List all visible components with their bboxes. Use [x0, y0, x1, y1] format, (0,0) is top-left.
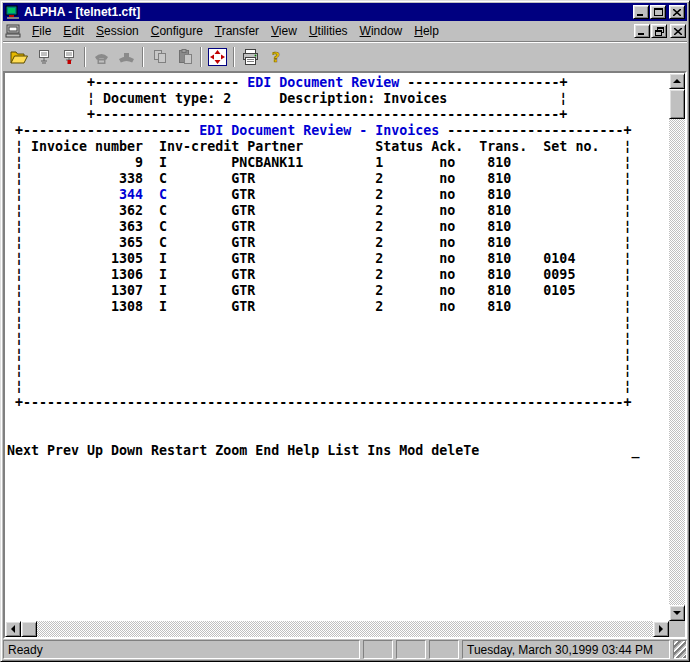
scroll-up-button[interactable] — [669, 73, 685, 89]
terminal-screen[interactable]: +------------------ EDI Document Review … — [5, 73, 669, 459]
hangup-button — [114, 46, 139, 69]
connect-icon — [36, 49, 52, 65]
scrollbar-corner — [669, 621, 685, 637]
box1-bottom: +---------------------------------------… — [7, 107, 567, 122]
doc-type-line: ¦ Document type: 2 Description: Invoices… — [7, 91, 567, 106]
mdi-restore-button[interactable] — [651, 24, 667, 38]
toolbar: ? — [3, 43, 687, 71]
disconnect-button[interactable] — [56, 46, 81, 69]
copy-button — [147, 46, 172, 69]
status-panel-1 — [363, 640, 393, 659]
up-arrow-icon — [673, 79, 681, 83]
menu-item-help[interactable]: Help — [408, 23, 445, 39]
menu-item-view[interactable]: View — [265, 23, 303, 39]
mdi-minimize-button[interactable] — [634, 24, 650, 38]
dial-button — [89, 46, 114, 69]
selected-invoice: 344 C — [23, 187, 167, 202]
svg-text:?: ? — [271, 49, 279, 65]
vertical-scrollbar[interactable] — [669, 73, 685, 621]
down-arrow-icon — [673, 611, 681, 615]
toolbar-separator — [84, 47, 86, 67]
dial-icon — [93, 50, 110, 65]
scroll-left-button[interactable] — [5, 621, 21, 637]
toolbar-separator — [142, 47, 144, 67]
left-arrow-icon — [11, 625, 15, 633]
status-datetime: Tuesday, March 30,1999 03:44 PM — [462, 640, 670, 659]
box2-empty-row: ¦ ¦ — [7, 315, 631, 330]
paste-icon — [177, 49, 193, 65]
right-arrow-icon — [659, 625, 663, 633]
disconnect-icon — [61, 49, 77, 65]
hangup-icon — [118, 50, 135, 65]
invoice-box-title: EDI Document Review - Invoices — [199, 123, 439, 138]
mdi-close-button[interactable] — [670, 24, 686, 38]
window-title: ALPHA - [telnet1.cft] — [24, 5, 632, 19]
terminal-cursor: _ — [631, 443, 639, 458]
menu-item-window[interactable]: Window — [354, 23, 409, 39]
table-row[interactable]: ¦ 338 C GTR 2 no 810 ¦ — [7, 171, 631, 186]
app-icon[interactable] — [5, 5, 21, 20]
menubar: FileEditSessionConfigureTransferViewUtil… — [3, 22, 687, 40]
resize-grip[interactable] — [673, 640, 687, 659]
menu-item-file[interactable]: File — [26, 23, 57, 39]
horizontal-scrollbar[interactable] — [5, 621, 669, 637]
app-window: ALPHA - [telnet1.cft] FileEditSessionCon… — [0, 0, 690, 662]
titlebar[interactable]: ALPHA - [telnet1.cft] — [3, 3, 687, 21]
table-row[interactable]: ¦ 1308 I GTR 2 no 810 ¦ — [7, 299, 631, 314]
open-session-icon — [10, 50, 28, 65]
doc-review-box-title: EDI Document Review — [247, 75, 399, 90]
fullscreen-icon — [208, 48, 227, 66]
table-row[interactable]: ¦ 365 C GTR 2 no 810 ¦ — [7, 235, 631, 250]
box2-empty-row: ¦ ¦ — [7, 379, 631, 394]
print-button[interactable] — [238, 46, 263, 69]
table-row[interactable]: ¦ 1307 I GTR 2 no 810 0105 ¦ — [7, 283, 631, 298]
horizontal-scroll-thumb[interactable] — [21, 621, 37, 637]
box2-empty-row: ¦ ¦ — [7, 347, 631, 362]
table-row[interactable]: ¦ 344 C GTR 2 no 810 ¦ — [7, 187, 631, 202]
toolbar-separator — [233, 47, 235, 67]
terminal-viewport[interactable]: +------------------ EDI Document Review … — [5, 73, 669, 621]
terminal-client-area: +------------------ EDI Document Review … — [3, 71, 687, 639]
status-message: Ready — [3, 640, 360, 659]
fullscreen-button[interactable] — [205, 46, 230, 69]
open-session-button[interactable] — [6, 46, 31, 69]
status-panel-2 — [396, 640, 426, 659]
menu-item-utilities[interactable]: Utilities — [303, 23, 354, 39]
print-icon — [242, 49, 259, 65]
box1-top: +------------------ EDI Document Review … — [7, 75, 567, 90]
minimize-button[interactable] — [633, 5, 649, 19]
maximize-button[interactable] — [650, 5, 666, 19]
paste-button — [172, 46, 197, 69]
table-row[interactable]: ¦ 1306 I GTR 2 no 810 0095 ¦ — [7, 267, 631, 282]
close-button[interactable] — [669, 5, 685, 19]
table-row[interactable]: ¦ 9 I PNCBANK11 1 no 810 ¦ — [7, 155, 631, 170]
document-system-icon[interactable] — [5, 24, 22, 38]
menu-items: FileEditSessionConfigureTransferViewUtil… — [26, 23, 445, 39]
menu-item-edit[interactable]: Edit — [57, 23, 90, 39]
help-icon: ? — [269, 49, 283, 65]
menu-item-transfer[interactable]: Transfer — [209, 23, 265, 39]
help-button[interactable]: ? — [263, 46, 288, 69]
box2-empty-row: ¦ ¦ — [7, 363, 631, 378]
mdi-buttons — [633, 24, 686, 38]
toolbar-separator — [200, 47, 202, 67]
scroll-right-button[interactable] — [653, 621, 669, 637]
vertical-scroll-thumb[interactable] — [669, 89, 685, 119]
command-menu-line[interactable]: Next Prev Up Down Restart Zoom End Help … — [7, 443, 639, 458]
copy-icon — [152, 49, 168, 65]
status-panel-3 — [429, 640, 459, 659]
box2-top: +--------------------- EDI Document Revi… — [7, 123, 631, 138]
table-row[interactable]: ¦ 1305 I GTR 2 no 810 0104 ¦ — [7, 251, 631, 266]
box2-empty-row: ¦ ¦ — [7, 331, 631, 346]
box2-bottom: +---------------------------------------… — [7, 395, 631, 410]
menu-item-session[interactable]: Session — [90, 23, 145, 39]
table-row[interactable]: ¦ 362 C GTR 2 no 810 ¦ — [7, 203, 631, 218]
table-row[interactable]: ¦ 363 C GTR 2 no 810 ¦ — [7, 219, 631, 234]
scroll-down-button[interactable] — [669, 605, 685, 621]
connect-button[interactable] — [31, 46, 56, 69]
menu-item-configure[interactable]: Configure — [145, 23, 209, 39]
statusbar: Ready Tuesday, March 30,1999 03:44 PM — [3, 639, 687, 659]
table-header: ¦ Invoice number Inv-credit Partner Stat… — [7, 139, 631, 154]
